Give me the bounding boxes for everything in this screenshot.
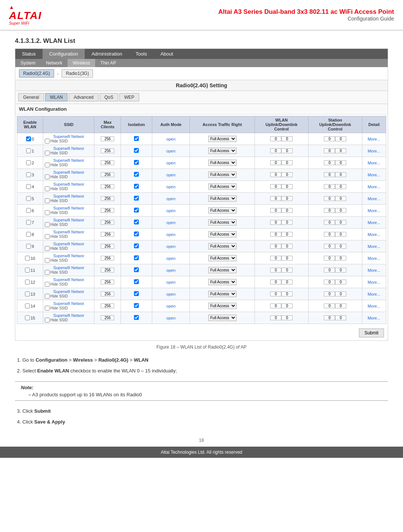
wlan-up-0[interactable] bbox=[270, 136, 281, 141]
tab-advanced[interactable]: Advanced bbox=[69, 93, 98, 101]
sta-down-12[interactable] bbox=[335, 280, 346, 284]
isolation-5[interactable] bbox=[134, 196, 139, 201]
isolation-7[interactable] bbox=[134, 220, 139, 224]
more-link-8[interactable]: More... bbox=[368, 232, 380, 237]
sta-up-11[interactable] bbox=[324, 268, 335, 273]
max-clients-7[interactable] bbox=[101, 220, 114, 225]
more-link-7[interactable]: More... bbox=[368, 220, 380, 225]
sta-up-8[interactable] bbox=[324, 232, 335, 237]
submit-button[interactable]: Submit bbox=[359, 328, 384, 337]
isolation-14[interactable] bbox=[134, 303, 139, 308]
isolation-4[interactable] bbox=[134, 184, 139, 189]
wlan-down-3[interactable] bbox=[281, 172, 293, 177]
sta-up-3[interactable] bbox=[324, 172, 335, 177]
hide-ssid-0[interactable] bbox=[45, 139, 50, 144]
isolation-9[interactable] bbox=[134, 243, 139, 248]
traffic-select-12[interactable]: Full Access bbox=[208, 279, 237, 285]
more-link-14[interactable]: More... bbox=[368, 304, 380, 308]
hide-ssid-1[interactable] bbox=[45, 151, 50, 155]
more-link-11[interactable]: More... bbox=[368, 268, 380, 273]
wlan-enable-6[interactable] bbox=[26, 208, 31, 213]
hide-ssid-13[interactable] bbox=[45, 294, 50, 299]
more-link-6[interactable]: More... bbox=[368, 208, 380, 213]
wlan-down-9[interactable] bbox=[281, 244, 293, 249]
hide-ssid-15[interactable] bbox=[45, 318, 50, 322]
sta-down-4[interactable] bbox=[335, 184, 346, 189]
traffic-select-6[interactable]: Full Access bbox=[208, 207, 237, 214]
hide-ssid-4[interactable] bbox=[45, 186, 50, 191]
wlan-up-6[interactable] bbox=[270, 208, 281, 213]
sta-down-13[interactable] bbox=[335, 292, 346, 296]
traffic-select-1[interactable]: Full Access bbox=[208, 148, 237, 154]
wlan-down-5[interactable] bbox=[281, 196, 293, 201]
wlan-enable-8[interactable] bbox=[26, 232, 31, 237]
hide-ssid-11[interactable] bbox=[45, 270, 50, 275]
sta-down-14[interactable] bbox=[335, 303, 346, 308]
sta-up-14[interactable] bbox=[324, 303, 335, 308]
max-clients-14[interactable] bbox=[101, 303, 114, 308]
wlan-up-4[interactable] bbox=[270, 184, 281, 189]
max-clients-9[interactable] bbox=[101, 244, 114, 249]
traffic-select-13[interactable]: Full Access bbox=[208, 291, 237, 297]
sub-nav-network[interactable]: Network bbox=[41, 59, 68, 67]
wlan-up-14[interactable] bbox=[270, 303, 281, 308]
sta-up-0[interactable] bbox=[324, 136, 335, 141]
wlan-up-5[interactable] bbox=[270, 196, 281, 201]
max-clients-5[interactable] bbox=[101, 196, 114, 201]
traffic-select-11[interactable]: Full Access bbox=[208, 267, 237, 273]
isolation-11[interactable] bbox=[134, 267, 139, 272]
sta-up-12[interactable] bbox=[324, 280, 335, 284]
auth-mode-9[interactable]: open bbox=[166, 244, 175, 249]
isolation-2[interactable] bbox=[134, 160, 139, 165]
wlan-enable-0[interactable] bbox=[26, 136, 31, 141]
sub-nav-wireless[interactable]: Wireless bbox=[68, 59, 95, 67]
isolation-8[interactable] bbox=[134, 232, 139, 236]
traffic-select-14[interactable]: Full Access bbox=[208, 303, 237, 309]
traffic-select-2[interactable]: Full Access bbox=[208, 160, 237, 166]
wlan-up-11[interactable] bbox=[270, 268, 281, 273]
traffic-select-7[interactable]: Full Access bbox=[208, 219, 237, 226]
max-clients-15[interactable] bbox=[101, 315, 114, 320]
sta-up-4[interactable] bbox=[324, 184, 335, 189]
tab-wep[interactable]: WEP bbox=[119, 93, 139, 101]
max-clients-12[interactable] bbox=[101, 280, 114, 284]
wlan-enable-13[interactable] bbox=[25, 292, 30, 296]
auth-mode-12[interactable]: open bbox=[166, 280, 175, 284]
auth-mode-3[interactable]: open bbox=[166, 173, 175, 177]
wlan-down-13[interactable] bbox=[281, 292, 293, 296]
sta-up-13[interactable] bbox=[324, 292, 335, 296]
wlan-enable-1[interactable] bbox=[26, 148, 31, 153]
wlan-up-9[interactable] bbox=[270, 244, 281, 249]
more-link-0[interactable]: More... bbox=[368, 137, 380, 141]
wlan-down-6[interactable] bbox=[281, 208, 293, 213]
sta-up-2[interactable] bbox=[324, 160, 335, 165]
auth-mode-10[interactable]: open bbox=[166, 256, 175, 261]
wlan-down-7[interactable] bbox=[281, 220, 293, 225]
wlan-enable-5[interactable] bbox=[26, 196, 31, 201]
auth-mode-11[interactable]: open bbox=[166, 268, 175, 273]
wlan-down-14[interactable] bbox=[281, 303, 293, 308]
hide-ssid-12[interactable] bbox=[45, 282, 50, 287]
auth-mode-2[interactable]: open bbox=[166, 161, 175, 165]
wlan-enable-7[interactable] bbox=[26, 220, 31, 225]
nav-configuration[interactable]: Configuration bbox=[43, 49, 85, 59]
auth-mode-5[interactable]: open bbox=[166, 196, 175, 201]
wlan-up-12[interactable] bbox=[270, 280, 281, 284]
hide-ssid-10[interactable] bbox=[45, 258, 50, 263]
more-link-3[interactable]: More... bbox=[368, 173, 380, 177]
wlan-down-4[interactable] bbox=[281, 184, 293, 189]
wlan-up-1[interactable] bbox=[270, 148, 281, 153]
more-link-1[interactable]: More... bbox=[368, 149, 380, 153]
hide-ssid-7[interactable] bbox=[45, 222, 50, 227]
wlan-enable-11[interactable] bbox=[25, 268, 30, 273]
max-clients-13[interactable] bbox=[101, 292, 114, 296]
tab-wlan[interactable]: WLAN bbox=[45, 93, 68, 101]
more-link-4[interactable]: More... bbox=[368, 185, 380, 189]
sta-up-15[interactable] bbox=[324, 315, 335, 320]
sta-up-10[interactable] bbox=[324, 256, 335, 261]
wlan-up-15[interactable] bbox=[270, 315, 281, 320]
traffic-select-8[interactable]: Full Access bbox=[208, 231, 237, 237]
max-clients-4[interactable] bbox=[101, 184, 114, 189]
traffic-select-5[interactable]: Full Access bbox=[208, 195, 237, 202]
max-clients-3[interactable] bbox=[101, 172, 114, 177]
